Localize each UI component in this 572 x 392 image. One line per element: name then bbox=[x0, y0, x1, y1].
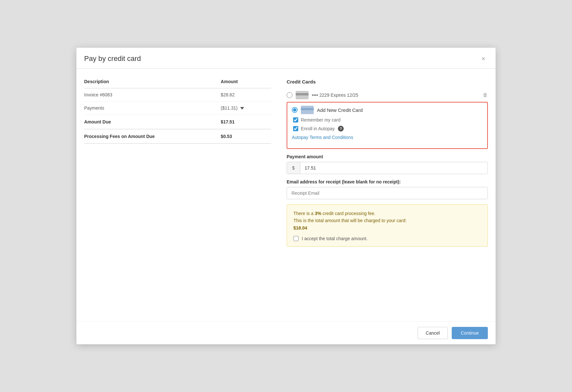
accept-row: I accept the total charge amount. bbox=[293, 236, 481, 241]
email-label: Email address for receipt (leave blank f… bbox=[287, 179, 488, 184]
autopay-terms-link[interactable]: Autopay Terms and Conditions bbox=[292, 135, 353, 140]
payments-amount: ($11.31) bbox=[208, 102, 271, 115]
payment-amount-input[interactable] bbox=[300, 162, 488, 174]
amount-due-row: Amount Due $17.51 bbox=[84, 115, 271, 129]
fee-total: $18.04 bbox=[293, 225, 307, 230]
remember-card-checkbox[interactable] bbox=[293, 117, 298, 122]
existing-card-info: •••• 2229 Expires 12/25 bbox=[312, 93, 479, 98]
email-section: Email address for receipt (leave blank f… bbox=[287, 179, 488, 199]
invoice-table: Description Amount Invoice #6083 $28.82 … bbox=[84, 79, 271, 144]
accept-charge-label: I accept the total charge amount. bbox=[302, 236, 368, 241]
description-header: Description bbox=[84, 79, 208, 88]
processing-fees-row: Processing Fees on Amount Due $0.53 bbox=[84, 129, 271, 144]
existing-card-item: •••• 2229 Expires 12/25 🗑 bbox=[287, 88, 488, 102]
invoice-description: Invoice #6083 bbox=[84, 88, 208, 102]
cancel-button[interactable]: Cancel bbox=[418, 327, 448, 339]
dialog-header: Pay by credit card × bbox=[76, 48, 496, 69]
right-panel: Credit Cards •••• 2229 Expires 12/25 🗑 bbox=[287, 79, 488, 314]
invoice-amount: $28.82 bbox=[208, 88, 271, 102]
credit-cards-title: Credit Cards bbox=[287, 79, 488, 84]
enroll-autopay-label: Enroll in Autopay bbox=[301, 126, 335, 131]
processing-fees-label: Processing Fees on Amount Due bbox=[84, 129, 208, 144]
chevron-down-icon[interactable] bbox=[240, 107, 244, 110]
credit-cards-section: Credit Cards •••• 2229 Expires 12/25 🗑 bbox=[287, 79, 488, 149]
add-card-radio[interactable] bbox=[292, 107, 298, 113]
autopay-info-icon[interactable]: ? bbox=[338, 126, 344, 132]
add-card-icon bbox=[301, 106, 314, 114]
accept-charge-checkbox[interactable] bbox=[293, 236, 299, 241]
fee-notice: There is a 3% credit card processing fee… bbox=[287, 204, 488, 247]
close-button[interactable]: × bbox=[479, 54, 488, 63]
dollar-prefix: $ bbox=[287, 162, 300, 174]
dialog-footer: Cancel Continue bbox=[76, 321, 496, 344]
receipt-email-input[interactable] bbox=[287, 187, 488, 199]
add-new-card-box: Add New Credit Card Remember my card Enr… bbox=[287, 102, 488, 149]
remember-card-row: Remember my card bbox=[293, 117, 483, 122]
dialog-body: Description Amount Invoice #6083 $28.82 … bbox=[76, 69, 496, 321]
table-row: Payments ($11.31) bbox=[84, 102, 271, 115]
processing-fees-value: $0.53 bbox=[208, 129, 271, 144]
amount-input-row: $ bbox=[287, 162, 488, 174]
existing-card-radio[interactable] bbox=[287, 92, 292, 98]
continue-button[interactable]: Continue bbox=[452, 327, 488, 339]
delete-card-icon[interactable]: 🗑 bbox=[483, 92, 488, 98]
enroll-autopay-checkbox[interactable] bbox=[293, 126, 298, 131]
enroll-autopay-row: Enroll in Autopay ? bbox=[293, 126, 483, 132]
amount-due-label: Amount Due bbox=[84, 115, 208, 129]
left-panel: Description Amount Invoice #6083 $28.82 … bbox=[84, 79, 271, 314]
payments-description: Payments bbox=[84, 102, 208, 115]
checkboxes-area: Remember my card Enroll in Autopay ? bbox=[292, 117, 483, 132]
amount-due-value: $17.51 bbox=[208, 115, 271, 129]
existing-card-icon bbox=[296, 91, 309, 99]
pay-by-credit-card-dialog: Pay by credit card × Description Amount … bbox=[76, 48, 496, 344]
remember-card-label: Remember my card bbox=[301, 117, 340, 122]
add-card-row: Add New Credit Card bbox=[292, 106, 483, 114]
fee-text: There is a 3% credit card processing fee… bbox=[293, 210, 481, 231]
payment-amount-label: Payment amount bbox=[287, 154, 488, 159]
add-card-label: Add New Credit Card bbox=[317, 107, 363, 113]
table-row: Invoice #6083 $28.82 bbox=[84, 88, 271, 102]
amount-header: Amount bbox=[208, 79, 271, 88]
dialog-title: Pay by credit card bbox=[84, 54, 141, 63]
payment-amount-section: Payment amount $ bbox=[287, 154, 488, 174]
